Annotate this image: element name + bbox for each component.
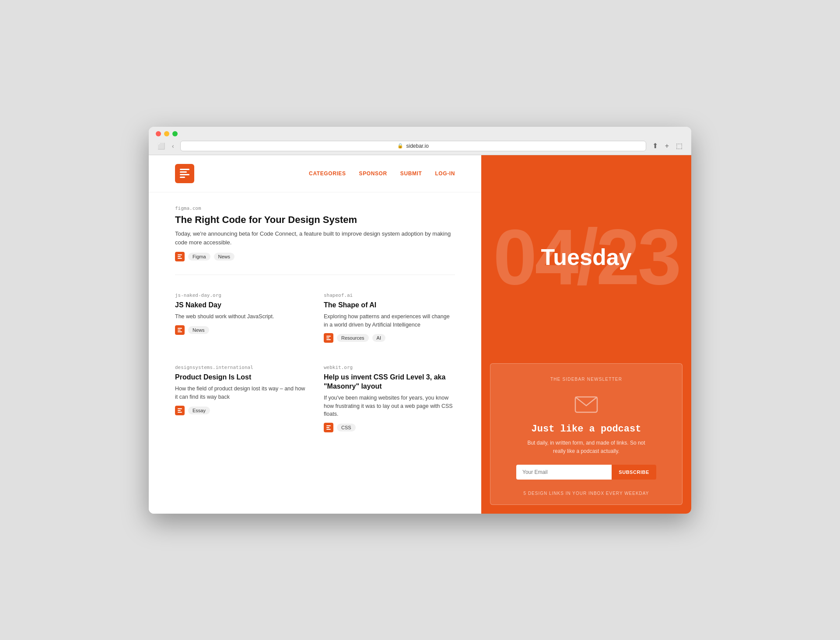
tag-news[interactable]: News — [214, 253, 235, 261]
newsletter-title: Just like a podcast — [532, 424, 641, 435]
share-button[interactable]: ⬆ — [651, 141, 660, 151]
article-1-tag-news[interactable]: News — [188, 326, 209, 334]
article-1-tags: News — [175, 325, 306, 335]
article-card-1: js-naked-day.org JS Naked Day The web sh… — [175, 292, 306, 351]
articles-grid: js-naked-day.org JS Naked Day The web sh… — [175, 292, 455, 441]
browser-window: ⬜ ‹ 🔒 sidebar.io ⬆ + ⬚ — [149, 127, 691, 514]
article-card-3: designsystems.international Product Desi… — [175, 365, 306, 441]
site-header: CATEGORIES SPONSOR SUBMIT LOG-IN — [149, 155, 481, 192]
window-controls-left: ⬜ ‹ — [156, 142, 176, 150]
tag-figma[interactable]: Figma — [188, 253, 210, 261]
ti3-line-1 — [326, 336, 331, 337]
url-text: sidebar.io — [406, 143, 428, 149]
article-3-tag-icon — [175, 406, 185, 415]
ti-line-1 — [178, 254, 182, 255]
tag-icon-inner — [178, 254, 182, 259]
main-layout: CATEGORIES SPONSOR SUBMIT LOG-IN figma.c… — [149, 155, 691, 514]
newsletter-icon — [573, 390, 599, 417]
ti5-line-3 — [326, 429, 331, 430]
article-4-excerpt: If you've been making websites for years… — [324, 394, 455, 418]
site-nav: CATEGORIES SPONSOR SUBMIT LOG-IN — [309, 170, 455, 177]
day-name: Tuesday — [541, 244, 631, 270]
featured-source: figma.com — [175, 205, 455, 211]
traffic-light-close[interactable] — [156, 131, 161, 136]
address-bar[interactable]: 🔒 sidebar.io — [180, 141, 646, 151]
article-1-tag-icon — [175, 325, 185, 335]
sidebar-tag-icon — [175, 252, 185, 261]
subscribe-button[interactable]: SUBSCRIBE — [612, 465, 656, 480]
email-input[interactable] — [516, 465, 612, 480]
ti4-line-2 — [178, 410, 181, 411]
logo-line-2 — [180, 171, 187, 173]
ti3-line-3 — [326, 339, 331, 340]
logo-line-3 — [180, 174, 189, 175]
traffic-light-maximize[interactable] — [172, 131, 178, 136]
content-area: CATEGORIES SPONSOR SUBMIT LOG-IN figma.c… — [149, 155, 481, 514]
tab-overview-button[interactable]: ⬚ — [674, 141, 684, 151]
article-1-excerpt: The web should work without JavaScript. — [175, 313, 306, 321]
featured-tags: Figma News — [175, 252, 455, 261]
ti2-inner — [178, 328, 182, 332]
browser-chrome: ⬜ ‹ 🔒 sidebar.io ⬆ + ⬚ — [149, 127, 691, 155]
article-2-tag-resources[interactable]: Resources — [337, 334, 369, 342]
ti2-line-3 — [178, 331, 182, 332]
article-2-tags: Resources AI — [324, 333, 455, 343]
traffic-light-minimize[interactable] — [164, 131, 169, 136]
article-card-4: webkit.org Help us invent CSS Grid Level… — [324, 365, 455, 441]
featured-article: figma.com The Right Code for Your Design… — [175, 205, 455, 275]
ti2-line-1 — [178, 328, 182, 329]
newsletter-form: SUBSCRIBE — [516, 465, 656, 480]
ti-line-2 — [178, 256, 181, 257]
traffic-lights — [156, 131, 684, 141]
article-2-tag-icon — [324, 333, 333, 343]
ti3-line-2 — [326, 337, 329, 338]
featured-excerpt: Today, we're announcing beta for Code Co… — [175, 230, 455, 247]
ti5-inner — [326, 425, 331, 430]
article-4-title[interactable]: Help us invent CSS Grid Level 3, aka "Ma… — [324, 373, 455, 391]
ti4-line-1 — [178, 408, 182, 409]
article-2-tag-ai[interactable]: AI — [372, 334, 385, 342]
nav-categories[interactable]: CATEGORIES — [309, 170, 346, 177]
article-3-tags: Essay — [175, 406, 306, 415]
ti3-inner — [326, 336, 331, 340]
ti2-line-2 — [178, 330, 181, 330]
ti4-inner — [178, 408, 182, 413]
chrome-toolbar: ⬜ ‹ 🔒 sidebar.io ⬆ + ⬚ — [156, 141, 684, 155]
newsletter-label: THE SIDEBAR NEWSLETTER — [550, 377, 622, 382]
article-1-title[interactable]: JS Naked Day — [175, 301, 306, 310]
article-3-excerpt: How the field of product design lost its… — [175, 385, 306, 401]
new-tab-button[interactable]: + — [663, 141, 671, 151]
logo-line-4 — [180, 177, 185, 178]
article-4-tag-icon — [324, 423, 333, 432]
article-card-2: shapeof.ai The Shape of AI Exploring how… — [324, 292, 455, 351]
chrome-actions-right: ⬆ + ⬚ — [651, 141, 684, 151]
articles-container: figma.com The Right Code for Your Design… — [149, 192, 481, 514]
date-display: 04 / 23 Tuesday — [481, 155, 691, 359]
logo-lines — [180, 169, 189, 178]
article-3-tag-essay[interactable]: Essay — [188, 407, 210, 414]
article-2-source: shapeof.ai — [324, 292, 455, 298]
lock-icon: 🔒 — [397, 143, 403, 149]
nav-sponsor[interactable]: SPONSOR — [359, 170, 387, 177]
logo-line-1 — [180, 169, 189, 170]
article-1-source: js-naked-day.org — [175, 292, 306, 298]
featured-title[interactable]: The Right Code for Your Design System — [175, 214, 455, 226]
ti-line-3 — [178, 258, 182, 259]
back-button[interactable]: ‹ — [170, 142, 176, 150]
nav-login[interactable]: LOG-IN — [435, 170, 455, 177]
article-4-tags: CSS — [324, 423, 455, 432]
newsletter-footer-text: 5 DESIGN LINKS IN YOUR INBOX EVERY WEEKD… — [524, 491, 649, 496]
site-logo[interactable] — [175, 164, 194, 183]
newsletter-subtitle: But daily, in written form, and made of … — [525, 439, 648, 456]
sidebar-toggle-button[interactable]: ⬜ — [156, 142, 167, 150]
article-2-title[interactable]: The Shape of AI — [324, 301, 455, 310]
article-3-title[interactable]: Product Design Is Lost — [175, 373, 306, 382]
article-4-source: webkit.org — [324, 365, 455, 370]
article-2-excerpt: Exploring how patterns and experiences w… — [324, 313, 455, 329]
article-4-tag-css[interactable]: CSS — [337, 424, 356, 431]
nav-submit[interactable]: SUBMIT — [400, 170, 422, 177]
article-3-source: designsystems.international — [175, 365, 306, 370]
ti4-line-3 — [178, 412, 182, 413]
right-sidebar: 04 / 23 Tuesday THE SIDEBAR NEWSLETTER J… — [481, 155, 691, 514]
newsletter-section: THE SIDEBAR NEWSLETTER Just like a podca… — [490, 363, 682, 504]
